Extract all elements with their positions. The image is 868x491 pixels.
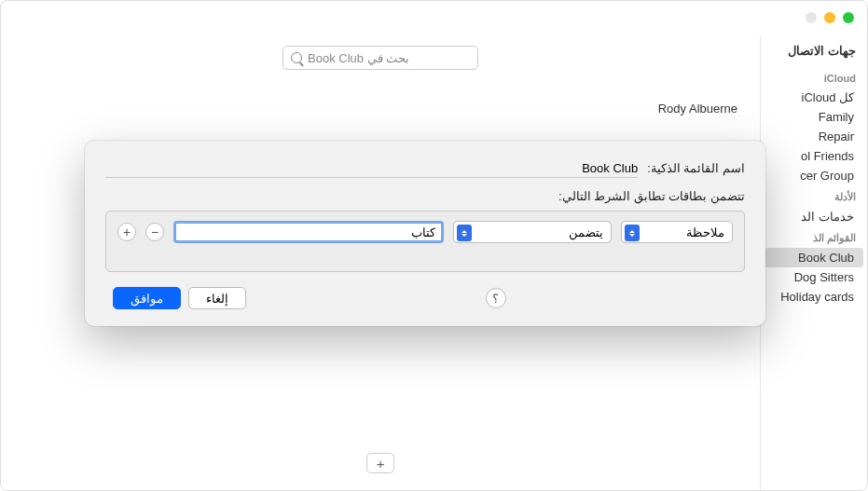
sidebar-heading-icloud: iCloud bbox=[761, 67, 867, 88]
cancel-button[interactable]: إلغاء bbox=[188, 287, 246, 309]
contact-name[interactable]: Rody Albuerne bbox=[658, 102, 737, 116]
field-select-value: ملاحظة bbox=[686, 225, 724, 239]
rule-value-input[interactable] bbox=[173, 221, 444, 243]
sidebar-heading-smartlists: القوائم الذ bbox=[761, 226, 867, 248]
name-label: اسم القائمة الذكية: bbox=[647, 161, 745, 175]
add-rule-button[interactable]: + bbox=[117, 223, 136, 241]
plus-icon: + bbox=[377, 456, 385, 471]
search-placeholder: بحث في Book Club bbox=[308, 51, 409, 65]
field-select[interactable]: ملاحظة bbox=[621, 221, 733, 243]
sidebar-item-cer-group[interactable]: cer Group bbox=[761, 166, 867, 185]
help-icon: ؟ bbox=[492, 292, 499, 306]
close-window-button[interactable] bbox=[843, 12, 854, 23]
sidebar: جهات الاتصال iCloud كل iCloud Family Rep… bbox=[760, 36, 867, 490]
ok-button[interactable]: موافق bbox=[113, 287, 181, 309]
search-icon bbox=[291, 52, 302, 63]
sidebar-item-dog-sitters[interactable]: Dog Sitters bbox=[761, 267, 867, 287]
smart-list-dialog: اسم القائمة الذكية: تتضمن بطاقات تطابق ا… bbox=[85, 141, 765, 326]
conditions-subtitle: تتضمن بطاقات تطابق الشرط التالي: bbox=[105, 189, 745, 203]
add-contact-button[interactable]: + bbox=[366, 453, 394, 473]
sidebar-heading-directories: الأدلة bbox=[761, 185, 867, 207]
chevron-updown-icon bbox=[625, 225, 640, 241]
chevron-updown-icon bbox=[457, 225, 472, 241]
sidebar-item-services[interactable]: خدمات الد bbox=[761, 207, 867, 226]
rules-container: ملاحظة يتضمن − + bbox=[105, 211, 745, 272]
sidebar-item-family[interactable]: Family bbox=[761, 107, 867, 127]
sidebar-item-ol-friends[interactable]: ol Friends bbox=[761, 146, 867, 166]
operator-select[interactable]: يتضمن bbox=[453, 221, 612, 243]
minimize-window-button[interactable] bbox=[824, 12, 835, 23]
sidebar-item-holiday-cards[interactable]: Holiday cards bbox=[761, 287, 867, 307]
app-title: جهات الاتصال bbox=[761, 44, 867, 67]
sidebar-item-book-club[interactable]: Book Club bbox=[765, 248, 863, 267]
sidebar-item-repair[interactable]: Repair bbox=[761, 127, 867, 146]
zoom-window-button[interactable] bbox=[806, 12, 817, 23]
remove-rule-button[interactable]: − bbox=[145, 223, 164, 241]
minus-icon: − bbox=[151, 225, 158, 239]
operator-select-value: يتضمن bbox=[569, 225, 603, 239]
rule-row: ملاحظة يتضمن − + bbox=[117, 221, 733, 243]
smart-list-name-input[interactable] bbox=[105, 159, 638, 178]
search-input[interactable]: بحث في Book Club bbox=[282, 46, 478, 70]
sidebar-item-all-icloud[interactable]: كل iCloud bbox=[761, 88, 867, 107]
window-controls bbox=[806, 12, 854, 23]
help-button[interactable]: ؟ bbox=[486, 288, 506, 308]
plus-icon: + bbox=[123, 225, 131, 239]
